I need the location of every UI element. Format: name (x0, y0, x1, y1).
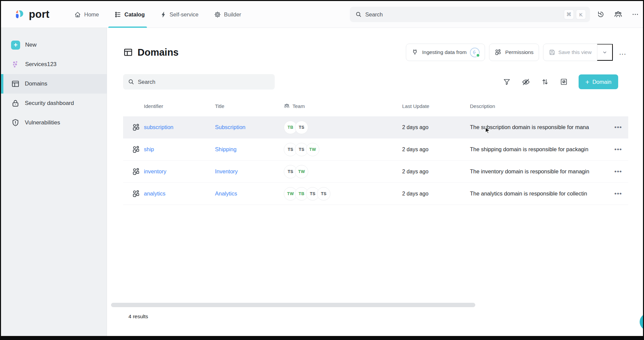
table-search[interactable] (123, 74, 275, 90)
plus-icon: + (11, 41, 20, 50)
sidebar-item-vulnerabilities[interactable]: Vulnerabilities (1, 113, 107, 132)
lightning-icon (160, 11, 167, 18)
column-team[interactable]: Team (284, 103, 402, 109)
group-by-icon[interactable] (560, 78, 568, 86)
k-key: K (576, 9, 586, 19)
team-cell: TWTBTSTS (284, 187, 402, 201)
table-icon (11, 79, 20, 88)
save-view-dropdown[interactable] (597, 44, 613, 61)
filter-icon[interactable] (503, 78, 511, 86)
port-logo[interactable]: port (14, 1, 49, 28)
description-cell: The analytics domain is responsible for … (470, 190, 608, 197)
row-menu-button[interactable]: ••• (608, 146, 628, 153)
row-menu-button[interactable]: ••• (608, 168, 628, 175)
save-view-group: Save this view (543, 44, 613, 61)
results-count: 4 results (128, 314, 148, 320)
table-row[interactable]: subscription Subscription TBTS 2 days ag… (123, 116, 628, 138)
sidebar-item-security-dashboard[interactable]: Security dashboard (1, 94, 107, 113)
team-cell: TBTS (284, 121, 402, 134)
sidebar-item-services123[interactable]: Services123 (1, 55, 107, 74)
column-title[interactable]: Title (215, 103, 284, 109)
page-more-button[interactable]: ... (617, 48, 628, 57)
table-row[interactable]: inventory Inventory TSTW 2 days ago The … (123, 161, 628, 183)
main-nav: Home Catalog (74, 1, 241, 28)
team-cell: TSTW (284, 165, 402, 178)
topbar-actions (597, 1, 639, 28)
table-toolbar: + Domain (123, 74, 628, 90)
team-avatar[interactable]: TW (306, 143, 319, 156)
add-domain-label: Domain (592, 79, 611, 85)
table-search-input[interactable] (138, 79, 270, 85)
identifier-link[interactable]: inventory (144, 168, 166, 174)
title-link[interactable]: Analytics (215, 190, 237, 196)
page-title: Domains (138, 47, 178, 58)
permissions-button[interactable]: Permissions (489, 44, 539, 61)
column-description[interactable]: Description (470, 103, 608, 109)
global-search-input[interactable] (365, 11, 560, 18)
title-link[interactable]: Inventory (215, 168, 238, 174)
table-row[interactable]: ship Shipping TSTSTW 2 days ago The ship… (123, 138, 628, 161)
table-row[interactable]: analytics Analytics TWTBTSTS 2 days ago … (123, 183, 628, 205)
shield-alert-icon (11, 118, 20, 127)
save-view-label: Save this view (558, 49, 592, 55)
organization-users-icon[interactable] (614, 10, 623, 19)
hide-columns-icon[interactable] (522, 77, 530, 86)
sidebar-item-domains[interactable]: Domains (1, 74, 107, 94)
team-avatar[interactable]: TW (295, 165, 308, 178)
ingesting-label: Ingesting data from (422, 49, 467, 55)
row-menu-button[interactable]: ••• (608, 190, 628, 197)
horizontal-scrollbar[interactable] (111, 303, 475, 307)
services-cluster-icon (11, 60, 20, 69)
shortcut-keys: ⌘ K (564, 9, 586, 19)
nav-label: Home (84, 11, 99, 18)
last-update-cell: 2 days ago (402, 147, 470, 153)
ingesting-data-button[interactable]: Ingesting data from (406, 44, 485, 61)
status-dot (476, 53, 480, 57)
permissions-label: Permissions (505, 49, 533, 55)
row-menu-button[interactable]: ••• (608, 124, 628, 131)
chevron-down-icon (602, 49, 608, 55)
sort-icon[interactable] (541, 78, 549, 86)
domains-table-icon (123, 47, 133, 57)
team-cell: TSTSTW (284, 143, 402, 156)
plug-icon (411, 49, 419, 56)
title-link[interactable]: Subscription (215, 124, 246, 130)
global-search[interactable]: ⌘ K (350, 7, 590, 22)
sidebar-item-new[interactable]: + New (1, 35, 107, 55)
nav-item-catalog[interactable]: Catalog (114, 1, 145, 28)
history-icon[interactable] (597, 10, 605, 18)
table-tools: + Domain (503, 74, 618, 89)
port-logo-icon (14, 8, 26, 20)
lock-icon (11, 99, 20, 108)
home-icon (74, 11, 81, 18)
title-link[interactable]: Shipping (215, 146, 236, 152)
team-avatar[interactable]: TS (295, 121, 308, 134)
gear-icon (214, 11, 221, 18)
ellipsis-icon: ... (619, 48, 626, 56)
nav-item-builder[interactable]: Builder (214, 1, 241, 28)
identifier-link[interactable]: ship (144, 146, 154, 152)
nav-item-home[interactable]: Home (74, 1, 99, 28)
column-last-update[interactable]: Last Update (402, 103, 470, 109)
team-icon (284, 103, 290, 109)
sidebar-item-label: Vulnerabilities (25, 119, 60, 126)
more-options-icon[interactable] (632, 11, 639, 18)
table-body: subscription Subscription TBTS 2 days ag… (123, 116, 628, 205)
app-window: port Home (0, 0, 644, 340)
identifier-link[interactable]: subscription (144, 124, 173, 130)
sidebar-item-label: New (25, 42, 37, 48)
identifier-link[interactable]: analytics (144, 190, 165, 196)
description-cell: The inventory domain is responsible for … (470, 168, 608, 175)
brand-name: port (29, 8, 49, 20)
column-identifier[interactable]: Identifier (144, 103, 215, 109)
sidebar: + New Services123 Domains (1, 28, 107, 336)
description-cell: The subscription domain is responsible f… (470, 124, 608, 130)
add-domain-button[interactable]: + Domain (579, 74, 618, 89)
save-view-button[interactable]: Save this view (543, 44, 597, 61)
team-avatar[interactable]: TS (317, 187, 330, 201)
nav-label: Builder (224, 11, 241, 18)
nav-item-self-service[interactable]: Self-service (160, 1, 199, 28)
catalog-icon (114, 11, 121, 18)
top-navbar: port Home (1, 1, 643, 28)
description-cell: The shipping domain is responsible for p… (470, 146, 608, 153)
